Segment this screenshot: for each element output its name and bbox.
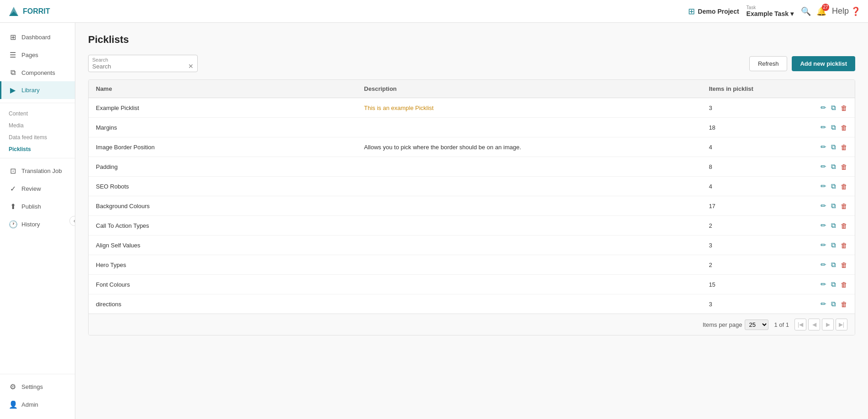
delete-icon[interactable]: 🗑 — [841, 241, 847, 249]
sidebar-item-label: Media — [9, 122, 24, 129]
cell-name: Hero Types — [89, 255, 357, 275]
table-header: Name Description Items in picklist — [89, 80, 855, 98]
components-icon: ⧉ — [9, 68, 17, 77]
edit-icon[interactable]: ✏ — [821, 202, 826, 210]
task-label: Task — [747, 5, 794, 10]
edit-icon[interactable]: ✏ — [821, 104, 826, 112]
page-last-button[interactable]: ▶| — [836, 319, 847, 330]
sidebar-item-label: Dashboard — [21, 34, 51, 41]
search-input[interactable] — [92, 63, 188, 70]
notifications-badge: 27 — [822, 4, 829, 11]
copy-icon[interactable]: ⧉ — [831, 123, 836, 131]
task-selector[interactable]: Task Example Task ▾ — [747, 5, 794, 17]
sidebar-item-components[interactable]: ⧉ Components — [0, 64, 75, 81]
delete-icon[interactable]: 🗑 — [841, 163, 847, 171]
sidebar-item-pages[interactable]: ☰ Pages — [0, 46, 75, 64]
page-first-button[interactable]: |◀ — [794, 319, 806, 330]
cell-actions: ✏⧉🗑 — [778, 118, 855, 137]
sidebar-item-settings[interactable]: ⚙ Settings — [0, 378, 75, 396]
delete-icon[interactable]: 🗑 — [841, 143, 847, 151]
delete-icon[interactable]: 🗑 — [841, 202, 847, 210]
copy-icon[interactable]: ⧉ — [831, 221, 836, 230]
dashboard-icon: ⊞ — [9, 33, 17, 42]
page-prev-button[interactable]: ◀ — [808, 319, 820, 330]
cell-items: 15 — [701, 275, 778, 294]
delete-icon[interactable]: 🗑 — [841, 124, 847, 131]
cell-name: Example Picklist — [89, 98, 357, 118]
project-selector[interactable]: ⊞ Demo Project — [688, 6, 739, 16]
sidebar-item-history[interactable]: 🕐 History — [0, 215, 75, 233]
sidebar-item-review[interactable]: ✓ Review — [0, 180, 75, 198]
delete-icon[interactable]: 🗑 — [841, 222, 847, 230]
edit-icon[interactable]: ✏ — [821, 182, 826, 190]
cell-actions: ✏⧉🗑 — [778, 216, 855, 236]
copy-icon[interactable]: ⧉ — [831, 162, 836, 171]
per-page-select[interactable]: 25 50 100 — [745, 319, 768, 330]
history-icon: 🕐 — [9, 220, 17, 229]
task-name: Example Task ▾ — [747, 10, 794, 17]
sidebar-item-translation-job[interactable]: ⊡ Translation Job — [0, 162, 75, 180]
edit-icon[interactable]: ✏ — [821, 162, 826, 171]
refresh-button[interactable]: Refresh — [749, 56, 788, 71]
action-icons: ✏⧉🗑 — [785, 241, 847, 249]
cell-description: This is an example Picklist — [357, 98, 701, 118]
sidebar-section-data-feed[interactable]: Data feed items — [0, 131, 75, 142]
delete-icon[interactable]: 🗑 — [841, 281, 847, 288]
cell-actions: ✏⧉🗑 — [778, 137, 855, 157]
sidebar-item-admin[interactable]: 👤 Admin — [0, 396, 75, 414]
notifications-icon[interactable]: 🔔 27 — [816, 6, 826, 16]
action-icons: ✏⧉🗑 — [785, 300, 847, 308]
delete-icon[interactable]: 🗑 — [841, 300, 847, 308]
sidebar-item-label: Admin — [21, 401, 38, 408]
delete-icon[interactable]: 🗑 — [841, 104, 847, 112]
action-icons: ✏⧉🗑 — [785, 182, 847, 190]
copy-icon[interactable]: ⧉ — [831, 143, 836, 151]
cell-name: Background Colours — [89, 196, 357, 216]
table-row: Background Colours17✏⧉🗑 — [89, 196, 855, 216]
sidebar-item-dashboard[interactable]: ⊞ Dashboard — [0, 28, 75, 46]
copy-icon[interactable]: ⧉ — [831, 202, 836, 210]
col-header-description: Description — [357, 80, 701, 98]
copy-icon[interactable]: ⧉ — [831, 261, 836, 269]
publish-icon: ⬆ — [9, 202, 17, 211]
edit-icon[interactable]: ✏ — [821, 123, 826, 131]
copy-icon[interactable]: ⧉ — [831, 241, 836, 249]
edit-icon[interactable]: ✏ — [821, 300, 826, 308]
edit-icon[interactable]: ✏ — [821, 221, 826, 230]
copy-icon[interactable]: ⧉ — [831, 182, 836, 190]
edit-icon[interactable]: ✏ — [821, 280, 826, 288]
sidebar-divider-2 — [0, 158, 75, 158]
edit-icon[interactable]: ✏ — [821, 143, 826, 151]
search-icon[interactable]: 🔍 — [801, 6, 811, 16]
page-next-button[interactable]: ▶ — [822, 319, 834, 330]
sidebar-item-label: Publish — [21, 203, 41, 210]
sidebar-section-media: Media — [0, 119, 75, 131]
cell-actions: ✏⧉🗑 — [778, 275, 855, 294]
cell-actions: ✏⧉🗑 — [778, 236, 855, 255]
sidebar-item-publish[interactable]: ⬆ Publish — [0, 198, 75, 215]
description-link[interactable]: This is an example Picklist — [364, 105, 433, 111]
action-icons: ✏⧉🗑 — [785, 221, 847, 230]
toolbar-buttons: Refresh Add new picklist — [749, 56, 855, 71]
delete-icon[interactable]: 🗑 — [841, 183, 847, 190]
copy-icon[interactable]: ⧉ — [831, 104, 836, 112]
cell-description — [357, 177, 701, 196]
copy-icon[interactable]: ⧉ — [831, 300, 836, 308]
search-clear-icon[interactable]: ✕ — [188, 63, 194, 70]
cell-description — [357, 118, 701, 137]
help-button[interactable]: Help ❓ — [832, 6, 861, 16]
copy-icon[interactable]: ⧉ — [831, 280, 836, 288]
sidebar-section-picklists[interactable]: Picklists — [0, 142, 75, 154]
add-new-picklist-button[interactable]: Add new picklist — [792, 56, 855, 71]
cell-actions: ✏⧉🗑 — [778, 196, 855, 216]
topbar-right: ⊞ Demo Project Task Example Task ▾ 🔍 🔔 2… — [688, 5, 861, 17]
logo[interactable]: FORRIT — [7, 5, 50, 18]
sidebar-item-library[interactable]: ▶ Library — [0, 81, 75, 99]
edit-icon[interactable]: ✏ — [821, 261, 826, 269]
page-nav: |◀ ◀ ▶ ▶| — [794, 319, 847, 330]
delete-icon[interactable]: 🗑 — [841, 261, 847, 269]
table-row: Image Border PositionAllows you to pick … — [89, 137, 855, 157]
toolbar: Search ✕ Refresh Add new picklist — [88, 55, 855, 72]
logo-text: FORRIT — [23, 7, 50, 16]
edit-icon[interactable]: ✏ — [821, 241, 826, 249]
